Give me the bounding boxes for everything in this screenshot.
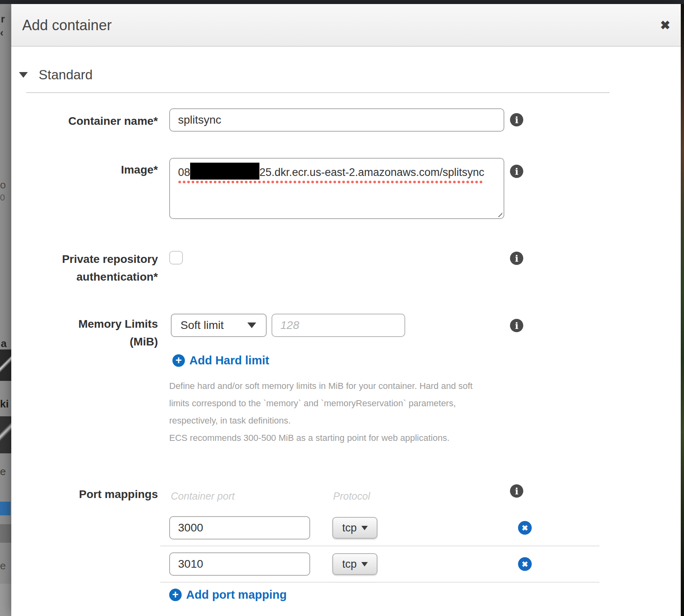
container-port-input[interactable]: 3010 — [169, 552, 310, 576]
caret-down-icon — [247, 322, 256, 328]
background-fragment: e — [0, 560, 11, 572]
container-name-value: splitsync — [178, 114, 221, 126]
background-fragment: o — [0, 179, 11, 191]
container-port-input[interactable]: 3000 — [169, 516, 310, 540]
background-fragment — [0, 502, 10, 515]
port-mappings-label: Port mappings — [36, 486, 158, 503]
memory-limit-type-select[interactable]: Soft limit — [171, 314, 267, 337]
wallpaper-edge — [681, 4, 684, 616]
add-hard-limit-link[interactable]: + Add Hard limit — [172, 354, 269, 367]
background-fragment: a — [1, 337, 11, 350]
memory-help-line: limits correspond to the `memory` and `m… — [169, 395, 456, 412]
container-name-input[interactable]: splitsync — [169, 108, 504, 132]
background-fragment: ki — [0, 398, 11, 410]
caret-down-icon — [361, 526, 368, 530]
private-repo-auth-info-icon[interactable]: i — [510, 252, 523, 265]
background-fragment — [0, 349, 11, 381]
background-fragment: r — [1, 13, 11, 25]
background-fragment: ‹ — [0, 27, 11, 39]
protocol-dropdown[interactable]: tcp — [332, 553, 377, 575]
modal-title: Add container — [22, 4, 112, 47]
remove-port-mapping-button[interactable]: ✖ — [518, 557, 532, 571]
private-repo-auth-checkbox[interactable] — [169, 251, 183, 265]
container-name-label: Container name* — [36, 112, 158, 130]
background-fragment — [0, 416, 11, 453]
background-fragment: e — [0, 465, 11, 478]
port-mappings-info-icon[interactable]: i — [510, 484, 523, 498]
memory-help-line: ECS recommends 300-500 MiB as a starting… — [169, 429, 450, 446]
add-port-mapping-link[interactable]: + Add port mapping — [169, 588, 287, 602]
container-name-info-icon[interactable]: i — [510, 113, 523, 126]
image-textarea[interactable]: 0825.dkr.ecr.us-east-2.amazonaws.com/spl… — [169, 158, 504, 219]
image-info-icon[interactable]: i — [510, 165, 523, 178]
container-port-column-header: Container port — [171, 490, 234, 502]
memory-help-line: Define hard and/or soft memory limits in… — [169, 377, 473, 395]
plus-circle-icon: + — [172, 354, 185, 367]
chevron-down-icon — [19, 72, 28, 78]
section-divider — [26, 92, 609, 93]
caret-down-icon — [361, 562, 368, 566]
section-title: Standard — [39, 67, 93, 83]
memory-limit-placeholder: 128 — [280, 319, 299, 332]
memory-limits-label: Memory Limits (MiB) — [36, 315, 158, 351]
section-standard-toggle[interactable]: Standard — [19, 64, 93, 86]
screen: r ‹ o 0 a ki e e Add container ✖ Standar… — [0, 0, 684, 616]
row-divider — [160, 582, 599, 583]
image-label: Image* — [36, 161, 158, 179]
close-icon[interactable]: ✖ — [660, 4, 670, 47]
redacted-account-id — [190, 163, 259, 180]
plus-circle-icon: + — [169, 589, 182, 601]
memory-limit-value-input[interactable]: 128 — [272, 314, 405, 337]
private-repo-auth-label: Private repository authentication* — [36, 250, 158, 286]
row-divider — [160, 546, 599, 546]
memory-help-line: respectively, in task definitions. — [169, 412, 291, 429]
background-fragment — [0, 524, 11, 543]
protocol-column-header: Protocol — [333, 490, 370, 502]
browser-top-edge — [0, 0, 684, 4]
modal-header: Add container ✖ — [11, 4, 681, 47]
image-value: 0825.dkr.ecr.us-east-2.amazonaws.com/spl… — [178, 163, 484, 184]
protocol-dropdown[interactable]: tcp — [332, 517, 377, 539]
background-fragment: 0 — [0, 192, 11, 203]
memory-limits-info-icon[interactable]: i — [510, 319, 523, 332]
background-fragment — [0, 584, 11, 616]
remove-port-mapping-button[interactable]: ✖ — [518, 521, 532, 535]
resize-handle[interactable] — [493, 208, 502, 217]
background-page-strip: r ‹ o 0 a ki e e — [0, 4, 11, 616]
